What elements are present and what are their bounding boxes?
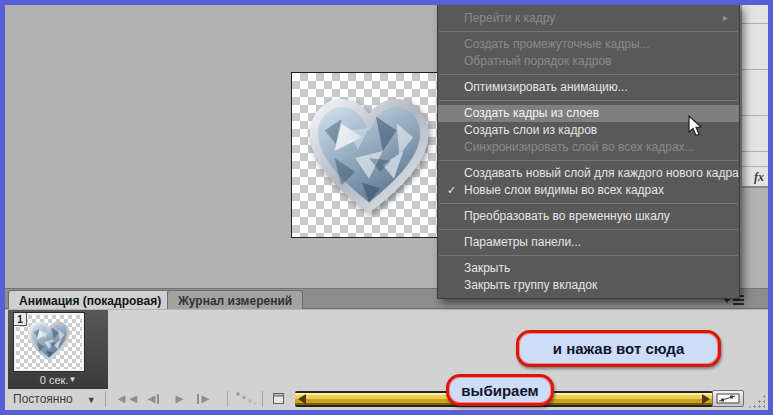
frame-1-thumbnail[interactable]: 1 — [14, 313, 84, 371]
menu-separator — [439, 203, 738, 204]
callout-vybiraem: выбираем — [446, 374, 554, 406]
annotation-arrows — [0, 0, 300, 150]
screenshot-root: fx Перейти к кадру ► Создать промежуточн… — [0, 0, 773, 415]
menu-separator — [439, 74, 738, 75]
menu-separator — [439, 229, 738, 230]
menu-separator — [439, 100, 738, 101]
frame-thumbnail-image — [24, 318, 74, 366]
menu-item-close[interactable]: Закрыть — [438, 260, 739, 277]
menu-item-optimize-animation[interactable]: Оптимизировать анимацию... — [438, 79, 739, 96]
previous-frame-button[interactable]: ◄ — [145, 391, 159, 406]
layers-row-divider — [742, 151, 768, 152]
chevron-down-icon: ▼ — [87, 395, 96, 405]
menu-item-tween-frames[interactable]: Создать промежуточные кадры... — [438, 36, 739, 53]
chevron-down-icon: ▼ — [68, 375, 76, 384]
menu-separator — [439, 31, 738, 32]
layers-row-divider — [742, 115, 768, 116]
callout-i-nazhav: и нажав вот сюда — [516, 330, 721, 367]
mouse-cursor-icon — [688, 115, 704, 137]
layer-fx-icon[interactable]: fx — [742, 166, 768, 188]
menu-item-reverse-frames[interactable]: Обратный порядок кадров — [438, 53, 739, 70]
tab-animation-frames[interactable]: Анимация (покадровая) — [8, 290, 172, 309]
layers-row-divider — [742, 69, 768, 70]
menu-separator — [439, 160, 738, 161]
animation-panel-flyout-menu: Перейти к кадру ► Создать промежуточные … — [437, 5, 740, 299]
frame-delay-selector[interactable]: 0 сек.▼ — [8, 374, 108, 386]
scroll-left-icon[interactable] — [298, 394, 306, 404]
menu-item-close-tab-group[interactable]: Закрыть группу вкладок — [438, 277, 739, 294]
menu-item-panel-options[interactable]: Параметры панели... — [438, 234, 739, 251]
checkmark-icon: ✓ — [447, 182, 456, 199]
submenu-arrow-icon: ► — [721, 10, 730, 27]
loop-count-selector[interactable]: Постоянно▼ — [13, 392, 96, 406]
play-button[interactable]: ► — [173, 391, 185, 406]
menu-item-new-layer-for-each-frame[interactable]: Создавать новый слой для каждого нового … — [438, 165, 739, 182]
scroll-right-icon[interactable] — [702, 394, 710, 404]
first-frame-button[interactable]: ◄◄ — [115, 391, 139, 406]
tween-frames-icon[interactable] — [235, 391, 257, 409]
menu-separator — [439, 255, 738, 256]
tab-measurement-log[interactable]: Журнал измерений — [167, 290, 303, 309]
document-canvas — [291, 72, 457, 238]
layers-panel-edge: fx — [741, 5, 768, 188]
menu-item-convert-to-timeline[interactable]: Преобразовать во временную шкалу — [438, 208, 739, 225]
menu-item-match-layer-across-frames[interactable]: Синхронизировать слой во всех кадрах... — [438, 139, 739, 156]
frame-column: 1 0 сек.▼ — [8, 310, 108, 389]
layers-row-divider — [742, 23, 768, 24]
divider — [262, 391, 263, 407]
next-frame-button[interactable]: ► — [197, 391, 211, 406]
diamond-heart-image — [298, 89, 440, 227]
menu-item-go-to-frame[interactable]: Перейти к кадру ► — [438, 10, 739, 27]
menu-item-new-layers-visible-all-frames[interactable]: ✓ Новые слои видимы во всех кадрах — [438, 182, 739, 199]
divider — [105, 391, 106, 407]
divider — [227, 391, 228, 407]
frame-number-badge: 1 — [14, 313, 27, 326]
convert-to-timeline-button[interactable] — [712, 390, 744, 407]
new-frame-button[interactable] — [271, 391, 286, 409]
